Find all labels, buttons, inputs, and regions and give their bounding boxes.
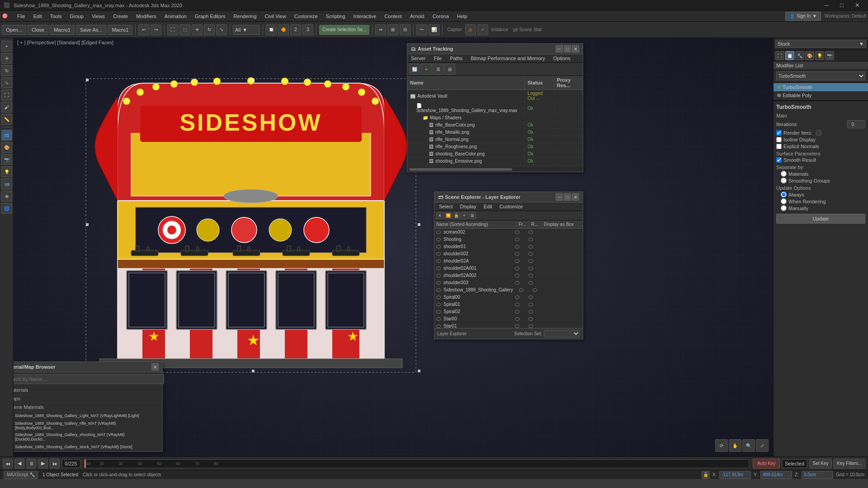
se-menu-customize[interactable]: Customize [498,203,525,210]
at-refresh-btn[interactable]: 🔄 [409,64,420,75]
mb-materials-section[interactable]: ▸ Materials [0,386,162,394]
se-selection-set-dropdown[interactable] [544,330,580,338]
rp-icon-5[interactable]: 💡 [815,51,824,60]
mirror-btn[interactable]: ⇔ [375,24,386,35]
menu-edit[interactable]: Edit [30,13,46,20]
zoom-btn[interactable]: 🔍 [742,439,755,452]
se-add-btn[interactable]: + [461,212,468,219]
curves-btn[interactable]: 〜 [416,24,427,35]
at-scroll-area[interactable]: Name Status Proxy Res... 🏢Autodesk Vault… [407,76,583,166]
spacewarp-icon[interactable]: 🌀 [1,203,12,214]
at-row-8[interactable]: 🖼shooting_Emissive.pngOk [407,158,583,165]
at-menu-options[interactable]: Options [552,55,572,62]
at-row-6[interactable]: 🖼rifle_Roughness.pngOk [407,143,583,150]
at-maximize-btn[interactable]: □ [564,45,571,52]
se-row-6[interactable]: shoulder02A002 [434,272,583,279]
create-selection-set-button[interactable]: Create Selection Se... [319,25,369,35]
close-button[interactable]: ✕ [850,0,864,11]
se-row-4[interactable]: shoulder02A [434,258,583,265]
menu-corona[interactable]: Corona [429,13,453,20]
maxscript-btn[interactable]: MAXScript 🔧 [4,471,38,479]
graph-btn[interactable]: 📊 [429,24,439,35]
ts-materials-radio-input[interactable] [781,171,787,177]
modifier-list-select[interactable]: TurboSmooth Editable Poly [776,71,865,80]
open-button[interactable]: Open... [2,25,26,35]
se-menu-display[interactable]: Display [458,203,478,210]
prev-frame-btn[interactable]: ◀ [14,459,24,469]
se-filter-btn[interactable]: 🔽 [444,212,452,219]
se-row-12[interactable]: Star00 [434,315,583,323]
undo-button[interactable]: ↩ [138,24,149,35]
light-icon[interactable]: 💡 [1,166,12,177]
rotate-tool[interactable]: ↻ [1,65,12,76]
measure-tool[interactable]: 📏 [1,114,12,125]
menu-arnold[interactable]: Arnold [406,13,428,20]
se-menu-edit[interactable]: Edit [482,203,494,210]
render-icon[interactable]: 📷 [1,154,12,165]
rp-icon-2[interactable]: 📋 [785,51,794,60]
menu-rendering[interactable]: Rendering [230,13,260,20]
menu-create[interactable]: Create [109,13,132,20]
y-value[interactable]: 489.614m [760,471,792,479]
at-close-btn[interactable]: ✕ [572,45,579,52]
select-move-button[interactable]: ✛ [192,24,203,35]
se-row-8[interactable]: Sideshow_1889_Shooting_Gallery [434,286,583,294]
at-row-0[interactable]: 🏢Autodesk VaultLogged Out ... [407,90,583,102]
auto-key-btn[interactable]: Auto Key [753,459,780,469]
at-menu-bitmap[interactable]: Bitmap Performance and Memory [469,55,547,62]
se-close-icon-btn[interactable]: ✕ [436,212,443,219]
ts-render-iters-input[interactable] [816,130,821,136]
at-row-2[interactable]: 📁Maps / Shaders [407,114,583,122]
helpers-icon[interactable]: ⊕ [1,191,12,202]
create-tool[interactable]: + [1,41,12,52]
se-row-0[interactable]: screws002 [434,229,583,236]
mat-item-0[interactable]: Sideshow_1889_Shooting_Gallery_Light_MAT… [0,412,162,420]
ts-isoline-check[interactable] [776,137,782,142]
layers-btn[interactable]: ⊟ [400,24,410,35]
at-list-btn[interactable]: ☰ [433,64,443,75]
menu-graph-editors[interactable]: Graph Editors [191,13,229,20]
select-rotate-button[interactable]: ↻ [204,24,215,35]
mat-item-2[interactable]: Sideshow_1889_Shooting_Gallery_shooting_… [0,432,162,443]
stop-btn[interactable]: ⏸ [26,459,36,469]
mb-scene-materials-section[interactable]: ▾ Scene Materials [0,403,162,412]
menu-interactive[interactable]: Interactive [350,13,380,20]
ts-when-rendering-radio-input[interactable] [781,198,787,204]
rp-icon-6[interactable]: 📷 [825,51,834,60]
mat-item-3[interactable]: Sideshow_1889_Shooting_Gallery_stock_MAT… [0,443,162,451]
zoom-all-btn[interactable]: ⤢ [756,439,769,452]
viewport-btn[interactable]: 🔲 [266,24,277,35]
se-row-2[interactable]: shoulder01 [434,243,583,250]
menu-views[interactable]: Views [88,13,108,20]
lock-btn[interactable]: 🔓 [702,471,710,479]
se-row-11[interactable]: Spiral02 [434,308,583,315]
ts-always-radio-input[interactable] [781,192,787,197]
se-ungroup-btn[interactable]: ⊞ [469,212,476,219]
se-close-btn[interactable]: ✕ [572,193,579,201]
snap-2d[interactable]: 2 [290,24,301,35]
scale-tool[interactable]: ⤡ [1,77,12,88]
paint-tool[interactable]: 🖌 [1,102,12,113]
se-row-7[interactable]: shoulder003 [434,279,583,286]
play-btn[interactable]: ⏮ [3,459,13,469]
at-row-7[interactable]: 🖼shooting_BaseColor.pngOk [407,150,583,158]
rp-icon-1[interactable]: ⛶ [775,51,784,60]
at-menu-server[interactable]: Server [409,55,427,62]
check-btn[interactable]: ✓ [477,24,488,35]
at-row-4[interactable]: 🖼rifle_Metallic.pngOk [407,129,583,136]
at-add-btn[interactable]: + [421,64,432,75]
select-button[interactable]: ⛶ [167,24,178,35]
at-row-3[interactable]: 🖼rifle_BaseColor.pngOk [407,122,583,129]
turbosmooth-modifier[interactable]: TurboSmooth [774,83,868,91]
menu-help[interactable]: Help [453,13,471,20]
mat-item-1[interactable]: Sideshow_1889_Shooting_Gallery_rifle_MAT… [0,420,162,432]
se-list[interactable]: screws002Shootingshoulder01shoulder002sh… [434,229,583,328]
camera-icon[interactable]: 📹 [1,178,12,189]
frame-counter[interactable]: 0 / 225 [61,459,80,468]
se-row-13[interactable]: Star01 [434,323,583,328]
ts-smooth-result-check[interactable] [776,157,782,163]
se-menu-select[interactable]: Select [437,203,455,210]
editable-poly-modifier[interactable]: Editable Poly [774,91,868,99]
play-btn-2[interactable]: ⏭ [50,459,60,469]
set-key-btn[interactable]: Set Key [809,459,832,469]
